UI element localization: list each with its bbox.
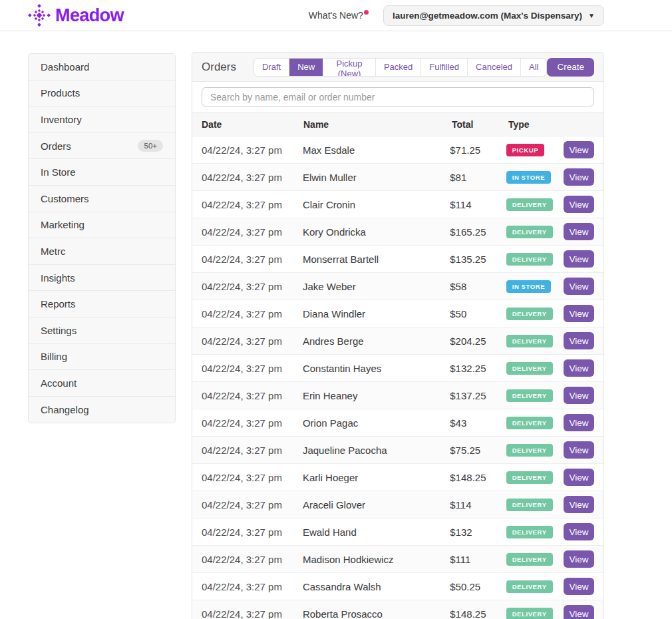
- sidebar-item-account[interactable]: Account: [29, 370, 175, 397]
- sidebar-item-dashboard[interactable]: Dashboard: [29, 54, 175, 81]
- view-order-button[interactable]: View: [564, 305, 594, 322]
- order-total: $81: [450, 172, 506, 183]
- notification-dot-icon: [364, 10, 369, 15]
- sidebar-item-label: Marketing: [41, 219, 84, 230]
- sidebar-item-label: Insights: [41, 272, 75, 284]
- sidebar-item-label: Changelog: [41, 404, 89, 415]
- order-total: $111: [450, 554, 506, 565]
- order-date: 04/22/24, 3:27 pm: [202, 363, 303, 374]
- order-date: 04/22/24, 3:27 pm: [202, 308, 303, 319]
- order-type-badge: DELIVERY: [506, 526, 553, 538]
- tab-draft[interactable]: Draft: [254, 59, 289, 76]
- orders-panel: Orders Draft New Pickup (New) Packed Ful…: [192, 52, 604, 619]
- header-right: What's New? lauren@getmeadow.com (Max's …: [309, 5, 604, 26]
- view-order-button[interactable]: View: [564, 550, 594, 568]
- tab-new[interactable]: New: [289, 59, 323, 76]
- tab-pickup-new[interactable]: Pickup (New): [323, 59, 375, 76]
- order-total: $165.25: [450, 226, 506, 238]
- sidebar-item-changelog[interactable]: Changelog: [29, 397, 175, 423]
- view-order-button[interactable]: View: [564, 578, 594, 595]
- view-order-button[interactable]: View: [564, 278, 594, 295]
- order-total: $132.25: [450, 363, 506, 374]
- order-customer-name: Clair Cronin: [303, 199, 450, 210]
- order-customer-name: Araceli Glover: [303, 499, 450, 511]
- sidebar-item-in-store[interactable]: In Store: [29, 159, 175, 186]
- sidebar-item-label: Inventory: [41, 114, 82, 125]
- view-order-button[interactable]: View: [564, 605, 594, 619]
- order-type-badge: DELIVERY: [506, 253, 553, 266]
- sidebar-item-label: Orders: [41, 140, 71, 152]
- sidebar-item-label: Dashboard: [41, 61, 89, 73]
- view-order-button[interactable]: View: [564, 250, 594, 268]
- view-order-button[interactable]: View: [564, 359, 594, 377]
- sidebar-item-reports[interactable]: Reports: [29, 291, 175, 317]
- order-total: $75.25: [450, 445, 506, 456]
- table-row: 04/22/24, 3:27 pm Jaqueline Pacocha $75.…: [192, 437, 603, 464]
- order-date: 04/22/24, 3:27 pm: [202, 526, 303, 538]
- table-row: 04/22/24, 3:27 pm Constantin Hayes $132.…: [192, 355, 603, 382]
- sidebar-item-settings[interactable]: Settings: [29, 317, 175, 344]
- sidebar-item-marketing[interactable]: Marketing: [29, 212, 175, 239]
- order-type-badge: DELIVERY: [506, 198, 553, 211]
- sidebar-item-inventory[interactable]: Inventory: [29, 106, 175, 133]
- column-header-date: Date: [202, 119, 303, 130]
- order-status-tabs: Draft New Pickup (New) Packed Fulfilled …: [253, 58, 548, 77]
- sidebar-item-label: Products: [41, 87, 80, 99]
- table-row: 04/22/24, 3:27 pm Madison Hodkiewicz $11…: [192, 546, 603, 573]
- order-total: $137.25: [450, 390, 506, 401]
- order-type-badge: DELIVERY: [506, 226, 553, 238]
- sidebar-item-metrc[interactable]: Metrc: [29, 238, 175, 265]
- whats-new-link[interactable]: What's New?: [309, 10, 369, 21]
- view-order-button[interactable]: View: [564, 441, 594, 459]
- order-customer-name: Kory Ondricka: [303, 226, 450, 238]
- sidebar-item-customers[interactable]: Customers: [29, 186, 175, 212]
- tab-all[interactable]: All: [520, 59, 546, 76]
- table-header-row: Date Name Total Type: [192, 112, 603, 136]
- order-customer-name: Elwin Muller: [303, 172, 450, 183]
- view-order-button[interactable]: View: [564, 223, 594, 240]
- order-date: 04/22/24, 3:27 pm: [202, 608, 303, 619]
- table-row: 04/22/24, 3:27 pm Clair Cronin $114 DELI…: [192, 191, 603, 218]
- create-order-button[interactable]: Create: [547, 58, 594, 77]
- view-order-button[interactable]: View: [564, 387, 594, 404]
- view-order-button[interactable]: View: [564, 141, 594, 158]
- sidebar-item-insights[interactable]: Insights: [29, 265, 175, 292]
- order-date: 04/22/24, 3:27 pm: [202, 472, 303, 483]
- order-date: 04/22/24, 3:27 pm: [202, 254, 303, 265]
- sidebar-item-orders[interactable]: Orders 50+: [29, 133, 175, 160]
- chevron-down-icon: ▼: [588, 12, 595, 19]
- sidebar-item-label: Reports: [41, 298, 76, 310]
- view-order-button[interactable]: View: [564, 496, 594, 513]
- order-date: 04/22/24, 3:27 pm: [202, 581, 303, 592]
- brand-logo[interactable]: Meadow: [28, 4, 124, 27]
- tab-fulfilled[interactable]: Fulfilled: [420, 59, 467, 76]
- account-menu-button[interactable]: lauren@getmeadow.com (Max's Dispensary) …: [383, 5, 604, 26]
- brand-name: Meadow: [55, 5, 124, 26]
- column-header-total: Total: [452, 119, 508, 130]
- sidebar-item-billing[interactable]: Billing: [29, 344, 175, 371]
- view-order-button[interactable]: View: [564, 523, 594, 540]
- order-date: 04/22/24, 3:27 pm: [202, 172, 303, 183]
- tab-canceled[interactable]: Canceled: [467, 59, 520, 76]
- order-type-badge: DELIVERY: [506, 580, 553, 593]
- top-bar: Meadow What's New? lauren@getmeadow.com …: [0, 0, 672, 31]
- order-type-badge: DELIVERY: [506, 335, 553, 347]
- table-row: 04/22/24, 3:27 pm Monserrat Bartell $135…: [192, 246, 603, 273]
- view-order-button[interactable]: View: [564, 469, 594, 486]
- view-order-button[interactable]: View: [564, 196, 594, 213]
- order-customer-name: Andres Berge: [303, 335, 450, 347]
- order-type-badge: DELIVERY: [506, 444, 553, 457]
- order-date: 04/22/24, 3:27 pm: [202, 499, 303, 511]
- orders-table-body: 04/22/24, 3:27 pm Max Esdale $71.25 PICK…: [192, 136, 603, 619]
- order-type-badge: DELIVERY: [506, 308, 553, 320]
- view-order-button[interactable]: View: [564, 414, 594, 431]
- table-row: 04/22/24, 3:27 pm Diana Windler $50 DELI…: [192, 300, 603, 327]
- tab-packed[interactable]: Packed: [375, 59, 420, 76]
- order-date: 04/22/24, 3:27 pm: [202, 281, 303, 292]
- view-order-button[interactable]: View: [564, 332, 594, 349]
- sidebar-item-products[interactable]: Products: [29, 81, 175, 107]
- view-order-button[interactable]: View: [564, 168, 594, 186]
- search-input[interactable]: [202, 87, 594, 106]
- column-header-type: Type: [508, 119, 566, 130]
- order-total: $114: [450, 199, 506, 210]
